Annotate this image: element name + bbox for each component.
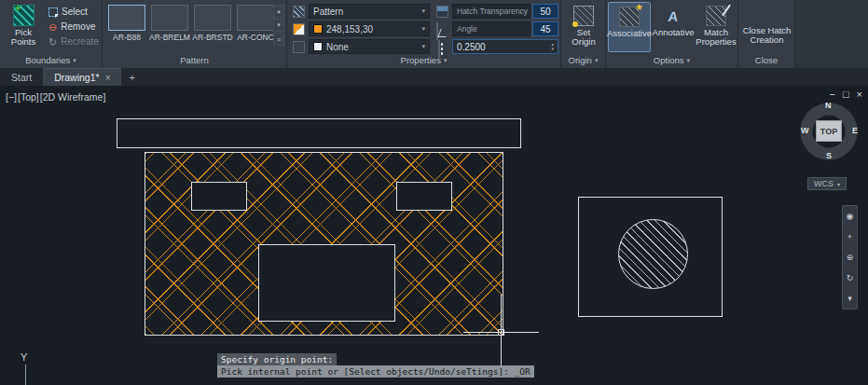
scroll-down-icon: ▾ [277, 21, 281, 29]
remove-icon: ⊖ [48, 22, 57, 32]
select-label: Select [62, 7, 88, 17]
angle-value: 45 [540, 24, 550, 34]
pattern-swatch-label: AR-B88 [113, 33, 141, 42]
origin-panel: Set Origin Origin ▾ [561, 0, 606, 68]
pattern-swatch-ar-b88[interactable]: AR-B88 [106, 5, 147, 49]
hatch-scale-field[interactable]: 0.2500 ▴▾ [452, 39, 558, 54]
tab-start[interactable]: Start [0, 68, 43, 86]
angle-value-field[interactable]: 45 [532, 21, 558, 36]
background-color-value: None [326, 42, 349, 52]
viewcube-north[interactable]: N [825, 101, 832, 110]
restore-icon[interactable]: □ [843, 89, 849, 100]
viewcube-west[interactable]: W [801, 126, 809, 135]
roof-band-rect[interactable] [117, 118, 521, 148]
recreate-icon: ↻ [48, 37, 57, 47]
viewport-visual-style-control[interactable]: [2D Wireframe] [40, 91, 106, 103]
close-panel: Close Hatch Creation Close [738, 0, 795, 68]
close-icon[interactable]: × [857, 89, 862, 100]
pattern-panel-label[interactable]: Pattern [103, 53, 286, 67]
chevron-down-icon: ▾ [421, 7, 425, 15]
close-hatch-creation-button[interactable]: Close Hatch Creation [740, 2, 793, 52]
pick-points-button[interactable]: + Pick Points [3, 3, 44, 52]
tab-close-icon[interactable]: × [105, 73, 111, 83]
command-history-line: Specify origin point: [217, 353, 337, 365]
background-color-dropdown[interactable]: None ▾ [309, 39, 430, 54]
set-origin-icon [573, 6, 594, 26]
pattern-panel-title: Pattern [180, 55, 209, 65]
new-tab-button[interactable]: + [121, 68, 142, 86]
origin-panel-label[interactable]: Origin ▾ [561, 53, 605, 67]
navigation-bar: ◉ + ⊕ ↻ ▾ [842, 205, 858, 309]
pattern-preview-icon [194, 5, 231, 31]
gallery-expand-button[interactable]: ≡ [273, 33, 284, 46]
viewcube[interactable]: N W S E TOP [798, 101, 860, 162]
pattern-swatch-ar-brelm[interactable]: AR-BRELM [149, 5, 190, 49]
ucs-y-axis-line [25, 364, 26, 385]
boundaries-panel-label[interactable]: Boundaries ▾ [0, 53, 102, 67]
hatched-circle[interactable] [618, 219, 688, 289]
close-panel-label: Close [738, 53, 794, 67]
command-prompt-line[interactable]: Pick internal point or [Select objects/U… [217, 365, 534, 378]
pattern-preview-icon [108, 5, 145, 31]
check-icon [757, 6, 778, 24]
recreate-button[interactable]: ↻ Recreate [48, 34, 99, 48]
drawing-canvas[interactable]: [−] [Top] [2D Wireframe] − □ × Specify o… [0, 86, 868, 385]
hatch-color-dropdown[interactable]: 248,153,30 ▾ [309, 21, 430, 36]
set-origin-label: Set Origin [565, 28, 602, 47]
window-rect-right[interactable] [396, 182, 452, 211]
plus-icon: + [15, 2, 21, 15]
transparency-value-field[interactable]: 50 [532, 4, 558, 19]
options-panel-label[interactable]: Options ▾ [606, 53, 737, 67]
steering-wheel-icon[interactable]: ◉ [847, 212, 854, 221]
associative-toggle-button[interactable]: ★ Associative [608, 2, 651, 52]
pattern-swatch-ar-brstd[interactable]: AR-BRSTD [192, 5, 233, 49]
viewcube-top-face[interactable]: TOP [816, 120, 842, 142]
transparency-icon [436, 6, 448, 18]
navbar-more-icon[interactable]: ▾ [847, 294, 852, 303]
hatch-creation-ribbon: + Pick Points Select ⊖ Remove ↻ Recreate… [0, 0, 868, 68]
annotative-label: Annotative [653, 28, 695, 37]
set-origin-button[interactable]: Set Origin [564, 2, 603, 52]
recreate-label: Recreate [61, 36, 99, 47]
pattern-swatch-label: AR-BRSTD [192, 33, 232, 42]
hatch-transparency-slider[interactable]: Hatch Transparency [452, 4, 530, 19]
gallery-scroll-up-button[interactable]: ▴ [273, 5, 284, 18]
remove-button[interactable]: ⊖ Remove [48, 20, 95, 34]
transparency-label: Hatch Transparency [457, 7, 528, 16]
viewport-controls: [−] [Top] [2D Wireframe] [6, 91, 105, 103]
orbit-icon[interactable]: ↻ [847, 273, 854, 282]
none-color-swatch [313, 42, 323, 51]
pan-icon[interactable]: + [847, 232, 852, 241]
viewport-collapse-control[interactable]: [−] [6, 91, 17, 103]
transparency-value: 50 [540, 7, 550, 17]
hatch-angle-slider[interactable]: Angle [452, 21, 530, 36]
select-icon [48, 7, 58, 17]
pattern-swatch-ar-conc[interactable]: AR-CONC [235, 5, 276, 49]
pick-points-label: Pick Points [3, 28, 44, 47]
viewcube-south[interactable]: S [826, 151, 832, 160]
spinner-arrows-icon[interactable]: ▴▾ [551, 42, 554, 51]
door-rect[interactable] [258, 244, 395, 322]
viewcube-east[interactable]: E [852, 126, 858, 135]
close-panel-title: Close [755, 55, 778, 65]
autocad-window: + Pick Points Select ⊖ Remove ↻ Recreate… [0, 0, 868, 385]
zoom-icon[interactable]: ⊕ [847, 253, 854, 262]
origin-panel-title: Origin [569, 55, 592, 65]
wcs-dropdown[interactable]: WCS ▾ [807, 177, 847, 190]
select-button[interactable]: Select [48, 5, 88, 19]
gallery-scroll-down-button[interactable]: ▾ [273, 19, 284, 32]
annotative-toggle-button[interactable]: A Annotative [653, 2, 694, 52]
viewport-view-control[interactable]: [Top] [18, 91, 39, 103]
properties-panel-label[interactable]: Properties ▾ [287, 53, 560, 67]
tab-drawing1[interactable]: Drawing1* × [43, 68, 121, 86]
hatch-type-value: Pattern [313, 7, 343, 17]
match-properties-button[interactable]: Match Properties [695, 2, 737, 52]
chevron-down-icon: ▾ [421, 43, 425, 50]
window-rect-left[interactable] [191, 182, 247, 211]
minimize-icon[interactable]: − [829, 89, 834, 100]
pattern-preview-icon [151, 5, 188, 31]
remove-label: Remove [61, 21, 95, 32]
chevron-down-icon: ▾ [444, 57, 448, 64]
wcs-label: WCS [814, 179, 834, 188]
hatch-type-dropdown[interactable]: Pattern ▾ [309, 4, 430, 19]
